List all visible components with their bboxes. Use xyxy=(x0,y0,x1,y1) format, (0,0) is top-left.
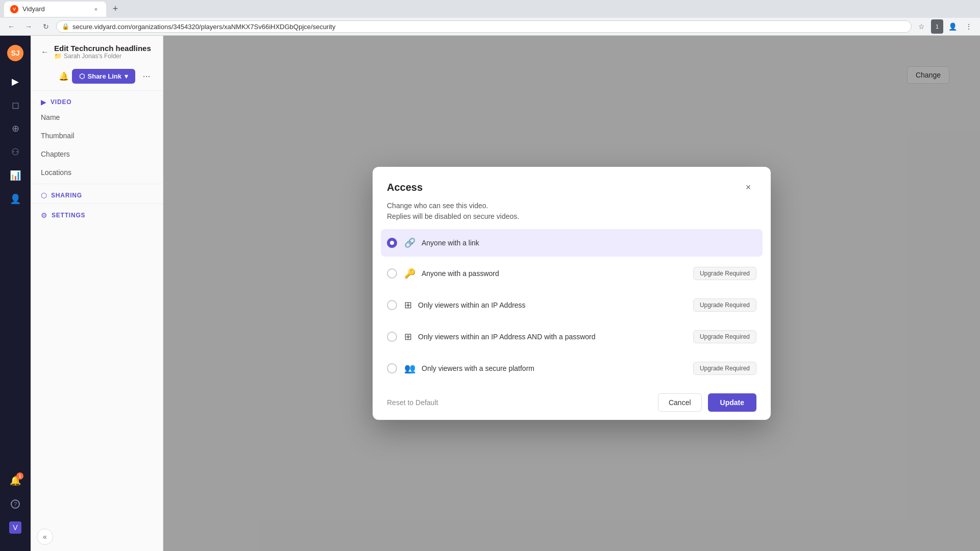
radio-ip-password[interactable] xyxy=(387,332,397,342)
app-layout: SJ ▶ ◻ ⊕ ⚇ 📊 👤 🔔 1 xyxy=(0,36,980,551)
users-icon: ⚇ xyxy=(11,146,19,158)
link-icon: 🔗 xyxy=(404,237,415,248)
dialog-title: Access xyxy=(387,182,423,193)
access-label-anyone-link: Anyone with a link xyxy=(422,239,756,247)
sidebar-avatar[interactable]: SJ xyxy=(4,42,27,64)
address-bar[interactable]: 🔒 secure.vidyard.com/organizations/34543… xyxy=(56,20,912,33)
address-text: secure.vidyard.com/organizations/3454320… xyxy=(72,23,335,31)
ip-password-icon: ⊞ xyxy=(404,331,412,342)
search-icon: ⊕ xyxy=(12,123,19,134)
browser-toolbar: ← → ↻ 🔒 secure.vidyard.com/organizations… xyxy=(0,18,980,35)
profile-icon[interactable]: 👤 xyxy=(945,19,960,34)
upgrade-badge-ip: Upgrade Required xyxy=(693,298,756,312)
ip-icon: ⊞ xyxy=(404,299,412,311)
update-button[interactable]: Update xyxy=(708,393,756,412)
bell-sidebar-icon[interactable]: 🔔 xyxy=(59,71,69,81)
access-option-ip-password[interactable]: ⊞ Only viewers within an IP Address AND … xyxy=(381,322,763,352)
sidebar-icon-help[interactable]: ? xyxy=(4,493,27,515)
new-tab-button[interactable]: + xyxy=(108,2,122,16)
tab-title: Vidyard xyxy=(22,5,45,13)
sidebar-action-bar: 🔔 ⬡ Share Link ▾ ··· xyxy=(31,64,163,88)
settings-section-icon: ⚙ xyxy=(41,211,47,219)
sidebar-icons: SJ ▶ ◻ ⊕ ⚇ 📊 👤 🔔 1 xyxy=(0,36,31,551)
sidebar-title-block: Edit Techcrunch headlines 📁 Sarah Jonas'… xyxy=(54,44,151,60)
footer-buttons: Cancel Update xyxy=(658,393,756,412)
radio-anyone-password[interactable] xyxy=(387,268,397,279)
radio-ip-address[interactable] xyxy=(387,300,397,310)
dialog-body: 🔗 Anyone with a link 🔑 Anyone with a pas… xyxy=(373,229,771,385)
dialog-close-button[interactable]: × xyxy=(740,179,756,195)
user-avatar: SJ xyxy=(7,45,23,61)
cancel-button[interactable]: Cancel xyxy=(658,393,702,412)
settings-section-label: SETTINGS xyxy=(52,212,85,219)
sharing-section-header: ⬡ SHARING xyxy=(31,186,163,202)
sidebar-icon-users[interactable]: ⚇ xyxy=(4,141,27,163)
browser-tabs: V Vidyard × + xyxy=(0,0,980,18)
sidebar-icon-video[interactable]: ▶ xyxy=(4,70,27,93)
radio-secure-platform[interactable] xyxy=(387,363,397,373)
video-section-icon: ▶ xyxy=(41,98,46,106)
analytics-icon: 📊 xyxy=(10,170,21,181)
main-content: Change Access × Change who can see this … xyxy=(163,36,980,551)
tab-close-button[interactable]: × xyxy=(92,5,100,13)
dialog-footer: Reset to Default Cancel Update xyxy=(373,385,771,420)
back-nav-button[interactable]: ← xyxy=(4,19,18,34)
sidebar-icon-notification[interactable]: 🔔 1 xyxy=(4,469,27,492)
access-label-ip-password: Only viewers within an IP Address AND wi… xyxy=(418,333,693,341)
app-icon: V xyxy=(9,521,21,534)
access-option-anyone-password[interactable]: 🔑 Anyone with a password Upgrade Require… xyxy=(381,259,763,288)
sidebar-main-title: Edit Techcrunch headlines xyxy=(54,44,151,53)
sidebar-icon-search[interactable]: ⊕ xyxy=(4,117,27,140)
chrome-menu-icon[interactable]: ⋮ xyxy=(962,19,976,34)
sharing-section-label: SHARING xyxy=(51,192,82,199)
dropdown-arrow-icon: ▾ xyxy=(125,72,128,80)
share-link-button[interactable]: ⬡ Share Link ▾ xyxy=(72,69,135,84)
access-option-anyone-link[interactable]: 🔗 Anyone with a link xyxy=(381,229,763,257)
forward-nav-button[interactable]: → xyxy=(21,19,36,34)
nav-item-thumbnail[interactable]: Thumbnail xyxy=(31,127,163,145)
nav-item-name[interactable]: Name xyxy=(31,108,163,127)
tab-favicon: V xyxy=(10,5,18,13)
sidebar-header: ← Edit Techcrunch headlines 📁 Sarah Jona… xyxy=(31,36,163,64)
more-options-button[interactable]: ··· xyxy=(138,68,155,84)
toolbar-icons: ☆ 1 👤 ⋮ xyxy=(915,19,976,34)
upgrade-badge-secure-platform: Upgrade Required xyxy=(693,362,756,375)
collapse-sidebar-button[interactable]: « xyxy=(37,529,53,545)
sidebar-icon-person[interactable]: 👤 xyxy=(4,188,27,210)
help-icon: ? xyxy=(11,499,20,509)
access-label-ip-address: Only viewers within an IP Address xyxy=(418,301,693,309)
sidebar-icon-analytics[interactable]: 📊 xyxy=(4,164,27,187)
notification-badge: 1 xyxy=(16,472,23,480)
access-label-secure-platform: Only viewers with a secure platform xyxy=(422,364,693,372)
browser-chrome: V Vidyard × + ← → ↻ 🔒 secure.vidyard.com… xyxy=(0,0,980,36)
active-tab[interactable]: V Vidyard × xyxy=(4,2,106,17)
play-icon: ▶ xyxy=(12,76,19,87)
secondary-sidebar: ← Edit Techcrunch headlines 📁 Sarah Jona… xyxy=(31,36,163,551)
share-icon: ⬡ xyxy=(79,72,85,80)
video-section-label: VIDEO xyxy=(51,98,71,106)
folder-icon: 📁 xyxy=(54,53,62,60)
dialog-subtitle: Change who can see this video. Replies w… xyxy=(373,195,771,229)
upgrade-badge-ip-password: Upgrade Required xyxy=(693,330,756,343)
access-option-secure-platform[interactable]: 👥 Only viewers with a secure platform Up… xyxy=(381,354,763,383)
bookmark-icon[interactable]: ☆ xyxy=(915,19,929,34)
access-dialog: Access × Change who can see this video. … xyxy=(373,167,771,420)
key-icon: 🔑 xyxy=(404,268,415,279)
reset-to-default-button[interactable]: Reset to Default xyxy=(387,398,438,407)
access-label-anyone-password: Anyone with a password xyxy=(422,269,693,278)
extensions-icon[interactable]: 1 xyxy=(931,19,943,34)
dialog-header: Access × xyxy=(373,167,771,195)
radio-anyone-link[interactable] xyxy=(387,238,397,248)
sharing-section-icon: ⬡ xyxy=(41,191,47,199)
back-button[interactable]: ← xyxy=(41,47,49,57)
platform-icon: 👥 xyxy=(404,363,415,374)
nav-item-chapters[interactable]: Chapters xyxy=(31,145,163,163)
sidebar-icon-app[interactable]: V xyxy=(4,516,27,539)
nav-item-locations[interactable]: Locations xyxy=(31,163,163,182)
person-icon: 👤 xyxy=(10,193,21,205)
access-option-ip-address[interactable]: ⊞ Only viewers within an IP Address Upgr… xyxy=(381,290,763,320)
sidebar-icon-document[interactable]: ◻ xyxy=(4,94,27,116)
settings-section-header: ⚙ SETTINGS xyxy=(31,206,163,221)
reload-button[interactable]: ↻ xyxy=(39,19,53,34)
video-section-header: ▶ VIDEO xyxy=(31,93,163,108)
